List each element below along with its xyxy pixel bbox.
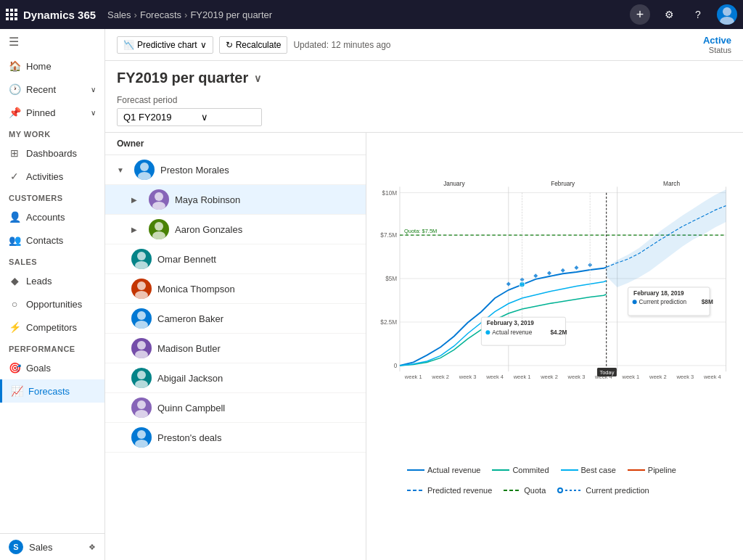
expand-icon: ▶: [131, 226, 143, 234]
waffle-icon[interactable]: [6, 9, 17, 20]
sidebar-item-pinned-label: Pinned: [26, 107, 55, 118]
avatar-cameron: [131, 308, 152, 329]
sidebar-item-recent[interactable]: 🕐 Recent ∨: [0, 78, 104, 101]
sidebar-item-home[interactable]: 🏠 Home: [0, 54, 104, 78]
svg-point-3: [138, 172, 151, 180]
sidebar-item-contacts[interactable]: 👥 Contacts: [0, 228, 104, 252]
sidebar-item-recent-label: Recent: [26, 84, 56, 95]
svg-text:February: February: [551, 181, 575, 187]
svg-text:March: March: [663, 181, 680, 187]
legend-best-case: Best case: [561, 466, 616, 474]
content-area: 📉 Predictive chart ∨ ↻ Recalculate Updat…: [105, 29, 743, 560]
chart-icon: 📉: [123, 40, 134, 50]
forecast-header: FY2019 per quarter ∨ Forecast period Q1 …: [105, 61, 743, 133]
legend-quota: Quota: [504, 486, 546, 495]
pinned-chevron-icon: ∨: [91, 109, 96, 117]
sidebar-item-contacts-label: Contacts: [26, 235, 63, 246]
sidebar-item-dashboards[interactable]: ⊞ Dashboards: [0, 141, 104, 165]
svg-text:week 1: week 1: [513, 374, 531, 380]
owner-row-preston-morales[interactable]: ▼ Preston Morales: [105, 155, 366, 185]
sidebar-collapse-button[interactable]: ☰: [0, 29, 104, 54]
legend-pipeline-label: Pipeline: [648, 466, 676, 474]
svg-text:Actual revenue: Actual revenue: [492, 329, 532, 336]
predictive-chart-button[interactable]: 📉 Predictive chart ∨: [117, 36, 213, 54]
owner-row-abigail-jackson[interactable]: Abigail Jackson: [105, 363, 366, 393]
sidebar-item-opportunities[interactable]: ○ Opportunities: [0, 292, 104, 316]
sidebar-item-competitors[interactable]: ⚡ Competitors: [0, 316, 104, 339]
owner-row-cameron-baker[interactable]: Cameron Baker: [105, 304, 366, 334]
sidebar-item-leads[interactable]: ◆ Leads: [0, 269, 104, 292]
owner-name-quinn: Quinn Campbell: [157, 403, 354, 413]
avatar-abigail: [131, 368, 152, 388]
legend-current-prediction-label: Current prediction: [586, 486, 649, 495]
sales-section: Sales: [0, 252, 104, 269]
owner-row-monica-thompson[interactable]: Monica Thompson: [105, 274, 366, 304]
legend-best-case-line: [561, 469, 578, 471]
sidebar-item-activities[interactable]: ✓ Activities: [0, 165, 104, 188]
sidebar-item-accounts-label: Accounts: [26, 212, 65, 223]
owner-row-quinn-campbell[interactable]: Quinn Campbell: [105, 393, 366, 423]
owner-name-cameron: Cameron Baker: [157, 313, 354, 324]
owner-name-aaron: Aaron Gonzales: [175, 224, 354, 235]
owner-name-prestons-deals: Preston's deals: [157, 432, 354, 443]
svg-point-16: [137, 371, 146, 379]
help-icon[interactable]: ?: [688, 4, 708, 25]
owner-row-maya-robinson[interactable]: ▶ Maya Robinson: [105, 185, 366, 215]
svg-point-14: [137, 341, 146, 350]
settings-icon[interactable]: ⚙: [659, 4, 679, 25]
predictive-chevron-icon: ∨: [200, 40, 207, 50]
sidebar-item-competitors-label: Competitors: [26, 322, 77, 333]
chart-panel-area: Owner ▼ Preston Morales ▶ Maya Robinson: [105, 133, 743, 560]
breadcrumb-sales[interactable]: Sales: [107, 9, 131, 20]
avatar-madison: [131, 338, 152, 358]
legend-actual-revenue: Actual revenue: [407, 466, 480, 474]
svg-text:week 2: week 2: [431, 374, 449, 380]
recent-chevron-icon: ∨: [91, 86, 96, 94]
sidebar-item-accounts[interactable]: 👤 Accounts: [0, 205, 104, 228]
status-value: Active: [703, 35, 731, 46]
forecast-title-chevron-icon[interactable]: ∨: [254, 73, 261, 84]
svg-marker-61: [561, 268, 565, 273]
svg-point-4: [155, 192, 163, 201]
owner-name-maya: Maya Robinson: [175, 194, 354, 205]
breadcrumb-forecasts[interactable]: Forecasts: [140, 9, 181, 20]
svg-text:Current prediction: Current prediction: [639, 299, 687, 305]
recalculate-button[interactable]: ↻ Recalculate: [219, 36, 288, 54]
status-block: Active Status: [703, 35, 731, 54]
header-left: 📉 Predictive chart ∨ ↻ Recalculate Updat…: [117, 36, 391, 54]
owner-name-monica: Monica Thompson: [157, 284, 354, 295]
owner-name-preston: Preston Morales: [160, 165, 354, 176]
svg-marker-56: [607, 189, 726, 287]
sidebar-item-activities-label: Activities: [26, 171, 63, 182]
user-avatar[interactable]: [717, 4, 737, 25]
svg-text:January: January: [443, 181, 465, 187]
legend-best-case-label: Best case: [581, 466, 616, 474]
avatar-quinn: [131, 398, 152, 418]
sidebar-item-forecasts[interactable]: 📈 Forecasts: [0, 379, 104, 403]
expand-icon: ▶: [131, 196, 143, 204]
owner-row-aaron-gonzales[interactable]: ▶ Aaron Gonzales: [105, 215, 366, 244]
brand-name: Dynamics 365: [23, 9, 96, 21]
forecast-period-label: Forecast period: [117, 95, 731, 105]
owner-row-omar-bennett[interactable]: Omar Bennett: [105, 244, 366, 274]
sidebar-item-goals[interactable]: 🎯 Goals: [0, 356, 104, 379]
sidebar: ☰ 🏠 Home 🕐 Recent ∨ 📌 Pinned ∨ My work ⊞…: [0, 29, 105, 560]
svg-point-20: [137, 430, 146, 439]
accounts-icon: 👤: [9, 211, 20, 223]
content-header: 📉 Predictive chart ∨ ↻ Recalculate Updat…: [105, 29, 743, 61]
bottom-chevron-icon: ❖: [89, 543, 96, 552]
chart-legend: Actual revenue Commited Best case Pipeli…: [378, 460, 731, 501]
svg-text:0: 0: [394, 363, 398, 369]
main-layout: ☰ 🏠 Home 🕐 Recent ∨ 📌 Pinned ∨ My work ⊞…: [0, 29, 743, 560]
owner-row-madison-butler[interactable]: Madison Butler: [105, 334, 366, 363]
sidebar-item-pinned[interactable]: 📌 Pinned ∨: [0, 101, 104, 124]
svg-text:week 3: week 3: [459, 374, 477, 380]
svg-point-17: [135, 380, 148, 388]
legend-pipeline: Pipeline: [628, 466, 676, 474]
owner-row-prestons-deals[interactable]: Preston's deals: [105, 423, 366, 453]
svg-point-1: [720, 17, 734, 25]
forecast-period-select[interactable]: Q1 FY2019 ∨: [117, 108, 262, 126]
add-button[interactable]: +: [630, 4, 650, 25]
owner-name-madison: Madison Butler: [157, 343, 354, 354]
updated-text: Updated: 12 minutes ago: [293, 40, 390, 50]
